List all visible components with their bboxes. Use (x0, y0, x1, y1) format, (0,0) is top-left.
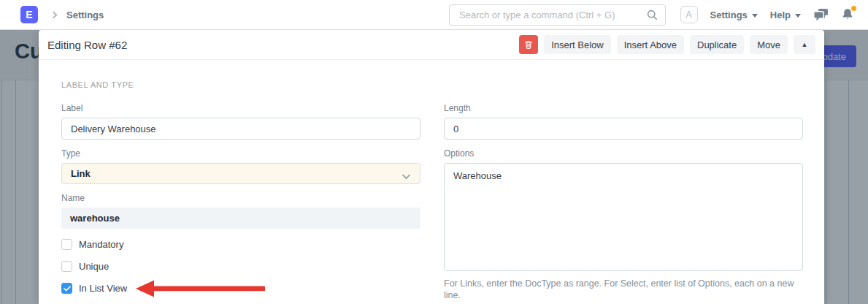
chevron-up-icon: ▲ (802, 42, 808, 48)
search-icon (647, 10, 658, 20)
name-readonly-field: warehouse (61, 208, 420, 229)
insert-above-button[interactable]: Insert Above (617, 35, 684, 54)
label-field-label: Label (61, 103, 420, 113)
in-list-view-checkbox[interactable] (61, 283, 72, 294)
right-column: Length Options Warehouse For Links, ente… (444, 103, 803, 304)
type-select[interactable]: Link (61, 163, 420, 184)
notification-dot (851, 6, 856, 11)
duplicate-button[interactable]: Duplicate (690, 35, 744, 54)
dialog-header: Editing Row #62 Insert Below Insert Abov… (39, 30, 824, 60)
dialog-body: LABEL AND TYPE Label Type Link (39, 60, 824, 304)
label-field-group: Label (61, 103, 420, 140)
in-list-view-checkbox-label: In List View (79, 283, 127, 294)
breadcrumb[interactable]: Settings (66, 10, 104, 20)
options-field-group: Options Warehouse For Links, enter the D… (444, 148, 803, 301)
chevron-down-icon (402, 171, 410, 182)
type-field-label: Type (61, 148, 420, 159)
checkbox-row-mandatory[interactable]: Mandatory (61, 239, 420, 250)
settings-menu-label: Settings (710, 10, 748, 20)
chevron-down-icon (795, 14, 801, 18)
options-help-text: For Links, enter the DocType as range. F… (444, 278, 803, 301)
checkbox-group: Mandatory Unique In List V (61, 239, 420, 294)
chevron-down-icon (752, 14, 758, 18)
avatar[interactable]: A (680, 6, 698, 23)
dialog-title: Editing Row #62 (47, 39, 127, 51)
app-logo[interactable]: E (20, 6, 38, 23)
edit-row-dialog: Editing Row #62 Insert Below Insert Abov… (39, 30, 824, 304)
type-field-group: Type Link (61, 148, 420, 184)
notifications-bell-icon[interactable] (841, 8, 854, 21)
unique-checkbox[interactable] (61, 261, 72, 272)
settings-menu[interactable]: Settings (710, 10, 758, 20)
mandatory-checkbox[interactable] (61, 239, 72, 250)
unique-checkbox-label: Unique (79, 261, 109, 272)
checkbox-row-in-list-view[interactable]: In List View (61, 283, 420, 294)
insert-below-button[interactable]: Insert Below (544, 35, 611, 54)
section-heading: LABEL AND TYPE (61, 80, 803, 89)
left-column: Label Type Link (61, 103, 420, 304)
global-search (449, 4, 666, 26)
move-button[interactable]: Move (750, 35, 788, 54)
chat-icon[interactable] (813, 9, 829, 21)
length-field-label: Length (444, 103, 803, 113)
help-menu[interactable]: Help (770, 10, 801, 20)
name-field-group: Name warehouse (61, 193, 420, 229)
help-menu-label: Help (770, 10, 791, 20)
navbar: E Settings A Settings Help (0, 0, 868, 30)
options-textarea[interactable]: Warehouse (444, 163, 803, 271)
name-field-label: Name (61, 193, 420, 203)
breadcrumb-chevron-icon (50, 11, 58, 18)
trash-icon (523, 39, 534, 50)
screen: E Settings A Settings Help (0, 0, 868, 304)
collapse-row-button[interactable]: ▲ (794, 35, 815, 54)
type-select-value: Link (71, 168, 91, 179)
length-input[interactable] (444, 118, 803, 140)
length-field-group: Length (444, 103, 803, 140)
mandatory-checkbox-label: Mandatory (79, 239, 123, 250)
checkbox-row-unique[interactable]: Unique (61, 261, 420, 272)
search-input[interactable] (450, 5, 647, 25)
delete-row-button[interactable] (519, 35, 538, 54)
options-field-label: Options (444, 148, 803, 159)
label-input[interactable] (61, 118, 420, 140)
